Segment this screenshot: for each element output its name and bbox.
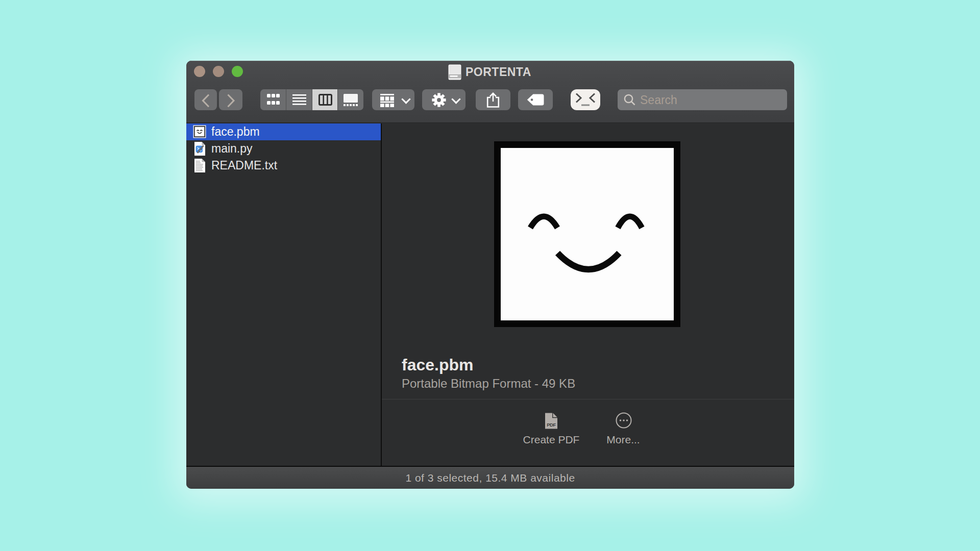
svg-text:PDF: PDF [547, 422, 556, 428]
